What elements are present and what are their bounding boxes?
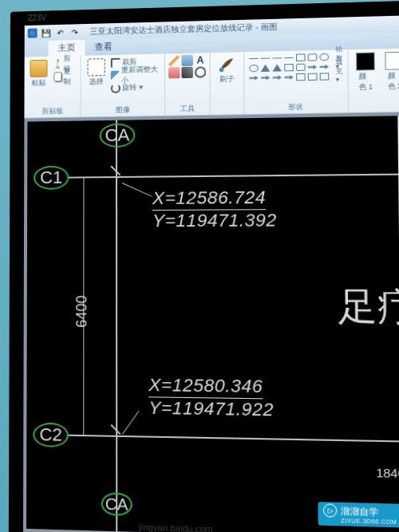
- grid-bubble-C2: C2: [33, 423, 69, 447]
- picker-tool[interactable]: [181, 67, 192, 78]
- grid-bubble-CA-top: CA: [100, 123, 136, 148]
- text-tool[interactable]: A: [195, 54, 206, 65]
- canvas-area: CA C1 C2 CA X=12586.724 Y=119471.392 X=1…: [23, 112, 399, 532]
- rotate-button[interactable]: 旋转 ▾: [109, 81, 161, 94]
- resize-icon: [111, 70, 120, 80]
- app-window: 💾 ↶ ↷ 三亚太阳湾安达士酒店独立套房定位放线记录 - 画图 主页 查看 粘贴…: [23, 15, 399, 532]
- point1-coords: X=12586.724 Y=119471.392: [152, 187, 277, 231]
- select-button[interactable]: 选择: [85, 57, 108, 89]
- rotate-icon: [111, 83, 120, 93]
- gridline-v-CA: [116, 120, 117, 531]
- group-clipboard: 粘贴 剪切 复制 剪贴板: [24, 56, 81, 118]
- copy-button[interactable]: 复制: [52, 70, 77, 83]
- resize-button[interactable]: 重新调整大小: [109, 69, 161, 81]
- save-button[interactable]: 💾: [41, 27, 52, 38]
- brush-icon: [218, 55, 236, 73]
- group-brush: 刷子: [210, 52, 244, 115]
- dimension-small: 1840: [376, 465, 399, 480]
- drawing-canvas[interactable]: CA C1 C2 CA X=12586.724 Y=119471.392 X=1…: [26, 116, 399, 532]
- monitor-model: 223V: [28, 14, 46, 22]
- zoom-tool[interactable]: [195, 66, 206, 77]
- pencil-tool[interactable]: [168, 55, 180, 66]
- eraser-tool[interactable]: [168, 67, 180, 78]
- gridline-h-C1: [67, 173, 399, 178]
- paste-icon: [30, 60, 48, 77]
- group-image: 选择 裁剪 重新调整大小 旋转 ▾ 图像: [81, 53, 165, 116]
- group-colors: 颜 色 1 颜 色 2: [348, 48, 399, 112]
- window-title: 三亚太阳湾安达士酒店独立套房定位放线记录 - 画图: [90, 22, 278, 37]
- dimension-vertical: 6400: [73, 295, 90, 328]
- source-watermark: jingyan.baidu.com: [139, 522, 213, 532]
- crop-icon: [111, 57, 120, 67]
- color1-swatch: [356, 53, 375, 71]
- redo-button[interactable]: ↷: [69, 26, 81, 37]
- copy-icon: [53, 72, 61, 81]
- point2-coords: X=12580.346 Y=119471.922: [148, 375, 274, 421]
- shape-fill-button[interactable]: 填充 ▾: [334, 65, 344, 77]
- group-tools: A 工具: [165, 53, 211, 116]
- select-icon: [87, 58, 105, 76]
- cut-icon: [53, 59, 61, 69]
- paste-button[interactable]: 粘贴: [28, 58, 51, 90]
- group-shapes: 轮廓 ▾ 填充 ▾ 形状: [244, 49, 349, 114]
- room-label: 足疗: [338, 282, 399, 333]
- svg-point-0: [219, 68, 224, 73]
- tab-view[interactable]: 查看: [85, 39, 122, 56]
- app-icon: [28, 29, 38, 38]
- color1-button[interactable]: 颜 色 1: [352, 50, 380, 94]
- grid-bubble-CA-bottom: CA: [101, 492, 132, 516]
- color2-button[interactable]: 颜 色 2: [381, 50, 399, 94]
- color2-swatch: [385, 52, 399, 70]
- watermark: 溜溜自学 ZIXUE.3D66.COM: [318, 502, 399, 527]
- ribbon: 粘贴 剪切 复制 剪贴板 选择 裁剪 重: [24, 48, 399, 118]
- grid-bubble-C1: C1: [34, 166, 69, 190]
- undo-button[interactable]: ↶: [55, 27, 66, 38]
- brush-button[interactable]: 刷子: [213, 53, 239, 86]
- shapes-gallery[interactable]: [247, 52, 332, 85]
- fill-tool[interactable]: [181, 55, 192, 66]
